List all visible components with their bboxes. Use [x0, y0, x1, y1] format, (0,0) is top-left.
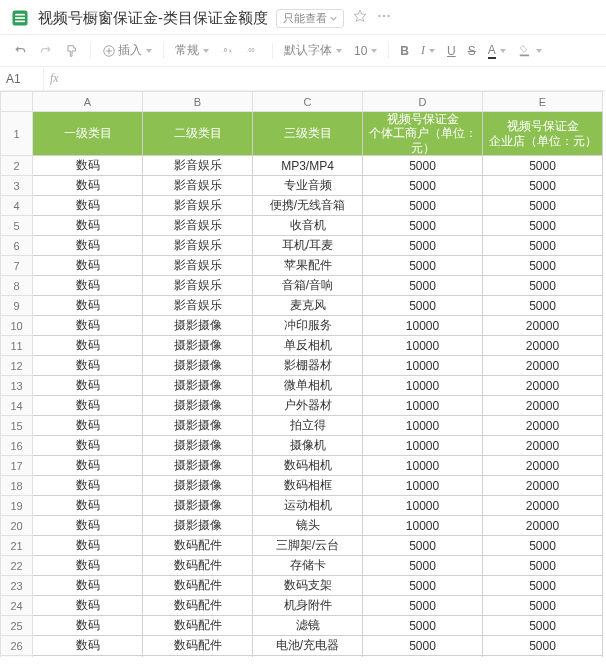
- cell[interactable]: 5000: [483, 636, 603, 656]
- cell[interactable]: 影音娱乐: [143, 256, 253, 276]
- cell[interactable]: 数码: [33, 176, 143, 196]
- spreadsheet-grid[interactable]: A B C D E 1 一级类目 二级类目 三级类目 视频号保证金 个体工商户（…: [0, 91, 606, 657]
- redo-button[interactable]: [36, 42, 56, 60]
- cell[interactable]: 20000: [483, 316, 603, 336]
- cell[interactable]: 数码配件: [143, 616, 253, 636]
- cell[interactable]: 数码: [33, 336, 143, 356]
- cell[interactable]: 冲印服务: [253, 316, 363, 336]
- cell[interactable]: 10000: [363, 376, 483, 396]
- col-header-e[interactable]: E: [483, 92, 603, 112]
- cell[interactable]: 摄影摄像: [143, 436, 253, 456]
- cell[interactable]: 数码: [33, 316, 143, 336]
- cell[interactable]: 5000: [363, 216, 483, 236]
- cell[interactable]: 摄影摄像: [143, 336, 253, 356]
- cell[interactable]: 5000: [483, 256, 603, 276]
- cell[interactable]: 专业音频: [253, 176, 363, 196]
- header-cell-c2[interactable]: 二级类目: [143, 112, 253, 156]
- underline-button[interactable]: U: [444, 42, 459, 60]
- cell[interactable]: 摄影摄像: [143, 356, 253, 376]
- row-header[interactable]: 26: [1, 636, 33, 656]
- cell[interactable]: 三脚架/云台: [253, 536, 363, 556]
- cell[interactable]: 数码配件: [143, 576, 253, 596]
- cell[interactable]: 5000: [483, 216, 603, 236]
- cell[interactable]: 5000: [483, 236, 603, 256]
- cell[interactable]: 5000: [483, 656, 603, 657]
- row-header[interactable]: 3: [1, 176, 33, 196]
- cell[interactable]: 影音娱乐: [143, 216, 253, 236]
- row-header[interactable]: 17: [1, 456, 33, 476]
- cell[interactable]: 5000: [363, 636, 483, 656]
- cell[interactable]: 影音娱乐: [143, 156, 253, 176]
- font-family-select[interactable]: 默认字体: [281, 40, 345, 61]
- cell[interactable]: 数码: [33, 456, 143, 476]
- insert-button[interactable]: 插入: [99, 40, 155, 61]
- col-header-d[interactable]: D: [363, 92, 483, 112]
- row-header[interactable]: 7: [1, 256, 33, 276]
- cell[interactable]: 单反相机: [253, 336, 363, 356]
- cell[interactable]: 机身附件: [253, 596, 363, 616]
- header-cell-c1[interactable]: 一级类目: [33, 112, 143, 156]
- cell[interactable]: 5000: [363, 556, 483, 576]
- cell[interactable]: 5000: [483, 276, 603, 296]
- font-size-select[interactable]: 10: [351, 42, 380, 60]
- cell[interactable]: 影音娱乐: [143, 196, 253, 216]
- cell[interactable]: MP3/MP4: [253, 156, 363, 176]
- cell[interactable]: 5000: [483, 156, 603, 176]
- row-header[interactable]: 13: [1, 376, 33, 396]
- cell[interactable]: 收音机: [253, 216, 363, 236]
- cell[interactable]: 5000: [363, 176, 483, 196]
- cell[interactable]: 数码: [33, 596, 143, 616]
- row-header[interactable]: 15: [1, 416, 33, 436]
- cell[interactable]: 滤镜: [253, 616, 363, 636]
- cell[interactable]: 5000: [483, 176, 603, 196]
- row-header[interactable]: 12: [1, 356, 33, 376]
- cell[interactable]: 摄像机: [253, 436, 363, 456]
- cell[interactable]: 数码配件: [143, 596, 253, 616]
- cell[interactable]: 户外器材: [253, 396, 363, 416]
- cell[interactable]: 摄影摄像: [143, 316, 253, 336]
- col-header-b[interactable]: B: [143, 92, 253, 112]
- header-cell-c5[interactable]: 视频号保证金 企业店（单位：元）: [483, 112, 603, 156]
- row-header[interactable]: 5: [1, 216, 33, 236]
- cell[interactable]: 20000: [483, 416, 603, 436]
- cell[interactable]: 数码: [33, 296, 143, 316]
- cell[interactable]: 镜头: [253, 516, 363, 536]
- cell[interactable]: 5000: [483, 296, 603, 316]
- cell[interactable]: 数码: [33, 396, 143, 416]
- cell[interactable]: 20000: [483, 516, 603, 536]
- cell[interactable]: 5000: [363, 236, 483, 256]
- text-color-button[interactable]: A: [485, 41, 509, 61]
- cell[interactable]: 20000: [483, 396, 603, 416]
- cell[interactable]: 5000: [363, 536, 483, 556]
- cell[interactable]: 电池/充电器: [253, 636, 363, 656]
- row-header[interactable]: 10: [1, 316, 33, 336]
- cell[interactable]: 数码配件: [143, 536, 253, 556]
- row-header[interactable]: 19: [1, 496, 33, 516]
- cell[interactable]: 耳机/耳麦: [253, 236, 363, 256]
- cell[interactable]: 影音娱乐: [143, 236, 253, 256]
- cell[interactable]: 5000: [363, 296, 483, 316]
- cell[interactable]: 10000: [363, 436, 483, 456]
- cell[interactable]: 存储卡: [253, 556, 363, 576]
- cell[interactable]: 摄影摄像: [143, 516, 253, 536]
- row-header[interactable]: 25: [1, 616, 33, 636]
- row-header[interactable]: 9: [1, 296, 33, 316]
- cell[interactable]: 10000: [363, 416, 483, 436]
- cell[interactable]: 数码: [33, 356, 143, 376]
- cell[interactable]: 数码: [33, 516, 143, 536]
- cell[interactable]: 影音娱乐: [143, 176, 253, 196]
- cell[interactable]: 5000: [363, 276, 483, 296]
- col-header-c[interactable]: C: [253, 92, 363, 112]
- cell[interactable]: 20000: [483, 496, 603, 516]
- strike-button[interactable]: S: [465, 42, 479, 60]
- cell[interactable]: 5000: [483, 616, 603, 636]
- cell[interactable]: 音箱/音响: [253, 276, 363, 296]
- cell[interactable]: 摄影摄像: [143, 396, 253, 416]
- increase-decimal-button[interactable]: .00: [244, 42, 264, 60]
- star-icon[interactable]: [352, 8, 368, 28]
- cell[interactable]: 5000: [483, 596, 603, 616]
- cell[interactable]: 摄影摄像: [143, 456, 253, 476]
- format-painter-button[interactable]: [62, 42, 82, 60]
- cell[interactable]: 5000: [483, 196, 603, 216]
- cell[interactable]: 影棚器材: [253, 356, 363, 376]
